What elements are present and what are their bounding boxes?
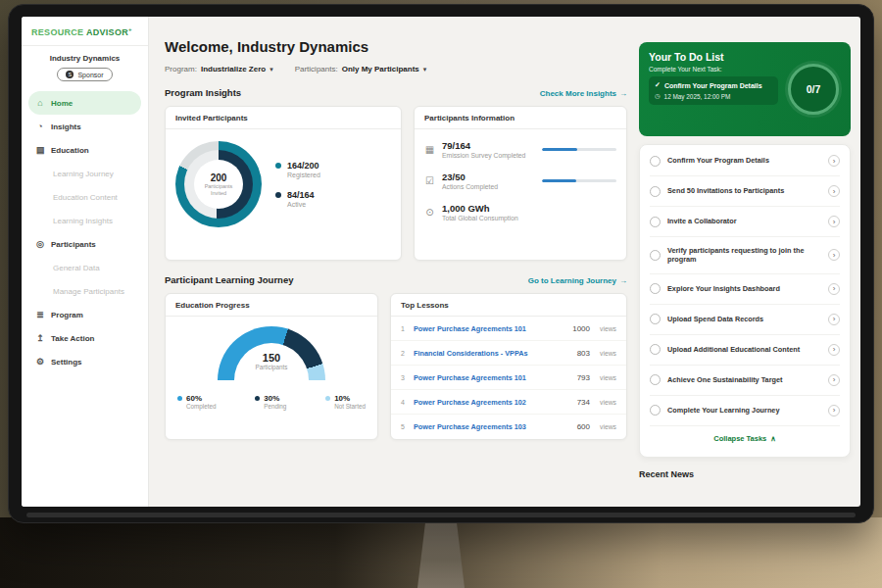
lesson-title-link[interactable]: Power Purchase Agreements 103 — [414, 422, 570, 431]
chevron-right-icon[interactable]: › — [828, 185, 840, 197]
sidebar-item-settings[interactable]: ⚙ Settings — [28, 350, 141, 373]
legend-pending: 30% Pending — [255, 394, 286, 410]
chevron-right-icon[interactable]: › — [828, 374, 840, 386]
task-row-confirm-program[interactable]: Confirm Your Program Details › — [650, 146, 840, 176]
settings-icon: ⚙ — [35, 357, 45, 367]
legend-pct: 60% — [186, 394, 202, 403]
participants-icon: ◎ — [35, 239, 45, 249]
task-row-upload-educational-content[interactable]: Upload Additional Educational Content › — [650, 335, 840, 366]
task-checkbox[interactable] — [650, 217, 661, 227]
task-checkbox[interactable] — [650, 344, 661, 355]
sidebar-item-learning-insights[interactable]: Learning Insights — [28, 209, 141, 232]
education-progress-card: Education Progress 150 Participants — [165, 293, 378, 440]
learning-journey-cards: Education Progress 150 Participants — [165, 293, 627, 440]
sidebar-item-program[interactable]: ≣ Program — [28, 303, 141, 326]
task-row-explore-insights[interactable]: Explore Your Insights Dashboard › — [650, 274, 840, 305]
program-insights-header: Program Insights Check More Insights→ — [165, 87, 627, 98]
emission-survey-progress — [542, 148, 616, 151]
chevron-right-icon[interactable]: › — [828, 155, 840, 167]
legend-label: Not Started — [334, 403, 366, 410]
nav-label: Learning Journey — [53, 170, 114, 178]
task-row-upload-spend-data[interactable]: Upload Spend Data Records › — [650, 305, 840, 335]
sidebar-item-manage-participants[interactable]: Manage Participants — [28, 279, 141, 303]
chevron-up-icon: ∧ — [770, 434, 776, 443]
chevron-right-icon[interactable]: › — [828, 249, 840, 261]
nav-label: Insights — [51, 122, 81, 131]
gauge-center-value: 150 — [218, 352, 325, 364]
sidebar-divider — [22, 45, 148, 46]
sidebar-nav: ⌂ Home ◔ Insights ▤ Education Learning J… — [22, 91, 148, 373]
lesson-views-suffix: views — [600, 399, 616, 406]
nav-label: General Data — [53, 264, 100, 272]
sidebar-item-general-data[interactable]: General Data — [28, 256, 141, 279]
task-label: Upload Additional Educational Content — [667, 345, 821, 354]
top-lessons-card: Top Lessons 1 Power Purchase Agreements … — [390, 293, 627, 440]
lesson-title-link[interactable]: Power Purchase Agreements 102 — [414, 398, 570, 407]
check-more-insights-link[interactable]: Check More Insights→ — [540, 89, 627, 98]
sponsor-badge: S Sponsor — [57, 68, 112, 81]
task-row-invite-collaborator[interactable]: Invite a Collaborator › — [650, 207, 840, 237]
survey-icon: ▦ — [424, 144, 435, 155]
invited-participants-donut: 200 Participants Invited — [175, 141, 262, 227]
chevron-right-icon[interactable]: › — [828, 405, 840, 416]
participants-filter-value: Only My Participants — [342, 65, 419, 74]
program-filter-label: Program: — [165, 65, 197, 74]
program-filter-value: Industrialize Zero — [201, 65, 266, 74]
go-to-learning-journey-link[interactable]: Go to Learning Journey→ — [528, 276, 627, 285]
task-row-send-invitations[interactable]: Send 50 Invitations to Participants › — [650, 176, 840, 207]
info-label: Actions Completed — [442, 183, 498, 190]
program-insights-title: Program Insights — [165, 87, 241, 98]
lesson-views-suffix: views — [600, 350, 616, 357]
lesson-title-link[interactable]: Financial Considerations - VPPAs — [414, 349, 570, 358]
lesson-views: 793 — [577, 373, 590, 382]
chevron-right-icon[interactable]: › — [828, 216, 840, 227]
sidebar-item-education-content[interactable]: Education Content — [28, 185, 141, 209]
legend-dot — [275, 163, 281, 169]
task-checkbox[interactable] — [650, 314, 661, 324]
arrow-right-icon: → — [619, 276, 627, 285]
task-checkbox[interactable] — [650, 283, 661, 294]
info-value: 1,000 GWh — [442, 203, 518, 214]
sidebar-item-participants[interactable]: ◎ Participants — [28, 232, 141, 256]
task-row-achieve-target[interactable]: Achieve One Sustainability Target › — [650, 366, 840, 396]
task-checkbox[interactable] — [650, 186, 661, 197]
task-checkbox[interactable] — [650, 374, 661, 385]
collapse-tasks-button[interactable]: Collapse Tasks ∧ — [650, 426, 840, 447]
task-row-complete-learning-journey[interactable]: Complete Your Learning Journey › — [650, 396, 840, 426]
lesson-views: 803 — [577, 349, 590, 358]
chevron-right-icon[interactable]: › — [828, 314, 840, 325]
sidebar-item-insights[interactable]: ◔ Insights — [28, 115, 141, 138]
page-title: Welcome, Industry Dynamics — [165, 38, 627, 55]
learning-journey-title: Participant Learning Journey — [165, 274, 293, 285]
task-row-verify-participants[interactable]: Verify participants requesting to join t… — [650, 237, 840, 274]
task-checkbox[interactable] — [650, 250, 661, 261]
chevron-right-icon[interactable]: › — [828, 344, 840, 356]
lesson-title-link[interactable]: Power Purchase Agreements 101 — [414, 324, 565, 333]
sidebar-item-learning-journey[interactable]: Learning Journey — [28, 162, 141, 185]
card-title: Top Lessons — [391, 294, 626, 317]
participants-filter[interactable]: Participants: Only My Participants ▾ — [295, 65, 427, 74]
lesson-rank: 5 — [401, 423, 407, 430]
lesson-title-link[interactable]: Power Purchase Agreements 101 — [414, 373, 570, 382]
task-label: Achieve One Sustainability Target — [667, 375, 821, 384]
program-filter[interactable]: Program: Industrialize Zero ▾ — [165, 65, 273, 74]
legend-label: Registered — [287, 172, 320, 178]
lesson-views-suffix: views — [600, 423, 616, 430]
task-label: Verify participants requesting to join t… — [667, 246, 821, 265]
legend-active: 84/164 Active — [275, 190, 320, 208]
legend-dot — [325, 396, 330, 401]
lesson-row: 4 Power Purchase Agreements 102 734 view… — [391, 390, 626, 415]
chevron-right-icon[interactable]: › — [828, 283, 840, 295]
sidebar-item-home[interactable]: ⌂ Home — [28, 91, 141, 115]
dashboard-screen: RESOURCE ADVISOR+ Industry Dynamics S Sp… — [22, 17, 860, 507]
gauge-center-label: Participants — [218, 364, 325, 370]
next-task-box[interactable]: ✓Confirm Your Program Details ◷12 May 20… — [649, 76, 778, 105]
lesson-views-suffix: views — [600, 325, 616, 332]
task-checkbox[interactable] — [650, 405, 661, 416]
actions-icon: ☑ — [424, 175, 435, 186]
nav-label: Program — [51, 311, 83, 319]
task-checkbox[interactable] — [650, 156, 661, 167]
recent-news-title: Recent News — [639, 469, 694, 479]
sidebar-item-education[interactable]: ▤ Education — [28, 138, 141, 162]
sidebar-item-take-action[interactable]: ↥ Take Action — [28, 326, 141, 350]
